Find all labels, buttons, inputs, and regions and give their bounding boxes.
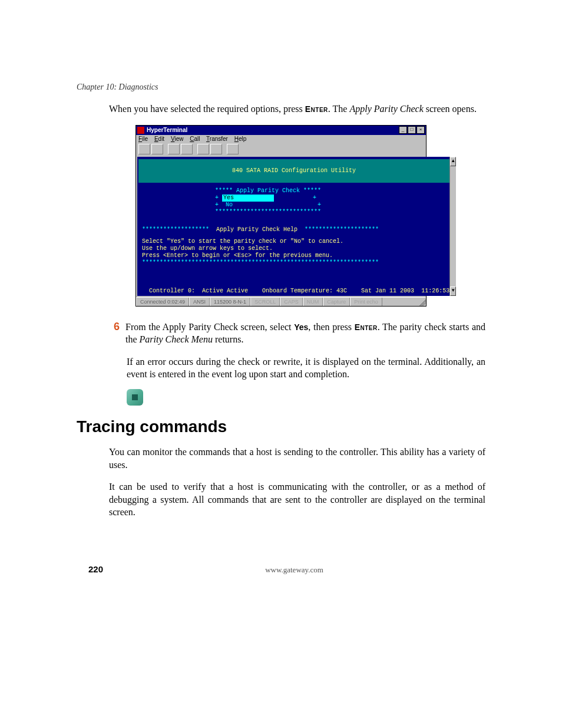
toolbar-open-icon[interactable]	[151, 144, 163, 154]
status-speed: 115200 8-N-1	[210, 298, 250, 306]
step-number: 6	[109, 321, 120, 334]
toolbar-receive-icon[interactable]	[210, 144, 222, 154]
tracing-paragraph-2: It can be used to verify that a host is …	[109, 480, 485, 519]
chapter-header: Chapter 10: Diagnostics	[77, 83, 485, 92]
text: . The	[328, 104, 350, 114]
dialog-border-bottom: ******************************	[138, 209, 449, 216]
window-controls: _ □ ×	[399, 126, 425, 134]
dialog-border-top: ***** Apply Parity Check *****	[138, 187, 449, 195]
option-no[interactable]: + No +	[138, 202, 449, 209]
menu-name: Parity Check Menu	[140, 334, 213, 344]
toolbar-new-icon[interactable]	[138, 144, 150, 154]
menu-help[interactable]: Help	[234, 136, 247, 142]
menubar: File Edit View Call Transfer Help	[136, 135, 426, 143]
intro-paragraph: When you have selected the required opti…	[109, 103, 485, 116]
menu-transfer[interactable]: Transfer	[206, 136, 228, 142]
text: , then press	[308, 322, 354, 332]
window-titlebar: HyperTerminal _ □ ×	[136, 126, 426, 135]
terminal-status-line: Controller 0: Active Active Onboard Temp…	[138, 288, 449, 295]
scroll-down-icon[interactable]: ▼	[450, 286, 456, 296]
help-line-2: Use the up/down arrow keys to select.	[138, 245, 449, 252]
window-title: HyperTerminal	[147, 127, 399, 133]
status-num: NUM	[303, 298, 323, 306]
option-yes[interactable]: + Yes +	[138, 195, 449, 202]
section-heading-tracing: Tracing commands	[77, 417, 485, 436]
step-6: 6 From the Apply Parity Check screen, se…	[109, 321, 485, 346]
toolbar	[136, 143, 426, 157]
menu-edit[interactable]: Edit	[154, 136, 164, 142]
toolbar-send-icon[interactable]	[197, 144, 209, 154]
help-header: ******************* Apply Parity Check H…	[138, 226, 449, 233]
status-connected: Connected 0:02:49	[136, 298, 189, 306]
resize-grip-icon[interactable]	[418, 298, 426, 306]
scrollbar[interactable]: ▲ ▼	[449, 157, 456, 296]
statusbar: Connected 0:02:49 ANSI 115200 8-N-1 SCRO…	[136, 297, 426, 306]
toolbar-connect-icon[interactable]	[168, 144, 180, 154]
footer-url: www.gateway.com	[103, 565, 485, 575]
menu-view[interactable]: View	[171, 136, 184, 142]
page-number: 220	[88, 564, 103, 574]
text: When you have selected the required opti…	[109, 104, 305, 114]
document-page: Chapter 10: Diagnostics When you have se…	[0, 0, 562, 610]
tracing-paragraph-1: You can monitor the commands that a host…	[109, 446, 485, 471]
scroll-up-icon[interactable]: ▲	[450, 157, 456, 166]
app-icon	[137, 127, 144, 134]
step-text: From the Apply Parity Check screen, sele…	[125, 321, 485, 346]
screen-name: Apply Parity Check	[349, 104, 423, 114]
status-printecho: Print echo	[350, 298, 382, 306]
toolbar-disconnect-icon[interactable]	[181, 144, 193, 154]
status-caps: CAPS	[280, 298, 303, 306]
help-line-3: Press <Enter> to begin or <Esc> for the …	[138, 252, 449, 259]
terminal-output[interactable]: 840 SATA RAID Configuration Utility ****…	[137, 157, 449, 296]
status-capture: Capture	[323, 298, 350, 306]
status-scroll: SCROLL	[250, 298, 280, 306]
enter-key-label: Enter	[355, 322, 378, 332]
text: screen opens.	[424, 104, 477, 114]
step-6-note: If an error occurs during the check or r…	[127, 355, 485, 381]
end-marker-icon	[127, 389, 143, 406]
hyperterminal-window: HyperTerminal _ □ × File Edit View Call …	[135, 125, 427, 307]
menu-call[interactable]: Call	[190, 136, 200, 142]
minimize-button[interactable]: _	[399, 126, 407, 134]
help-border-bottom: ****************************************…	[138, 259, 449, 266]
terminal-banner: 840 SATA RAID Configuration Utility	[138, 159, 449, 183]
text: returns.	[213, 334, 243, 344]
option-yes-label: Yes	[294, 322, 308, 332]
toolbar-properties-icon[interactable]	[227, 144, 239, 154]
page-footer: 220 www.gateway.com	[77, 564, 485, 575]
banner-text: 840 SATA RAID Configuration Utility	[232, 167, 356, 174]
help-line-1: Select "Yes" to start the parity check o…	[138, 238, 449, 245]
close-button[interactable]: ×	[416, 126, 425, 134]
menu-file[interactable]: File	[138, 136, 148, 142]
maximize-button[interactable]: □	[408, 126, 416, 134]
text: From the Apply Parity Check screen, sele…	[125, 322, 294, 332]
section-end-marker	[127, 389, 485, 406]
enter-key-label: Enter	[305, 104, 328, 114]
status-emulation: ANSI	[189, 298, 210, 306]
